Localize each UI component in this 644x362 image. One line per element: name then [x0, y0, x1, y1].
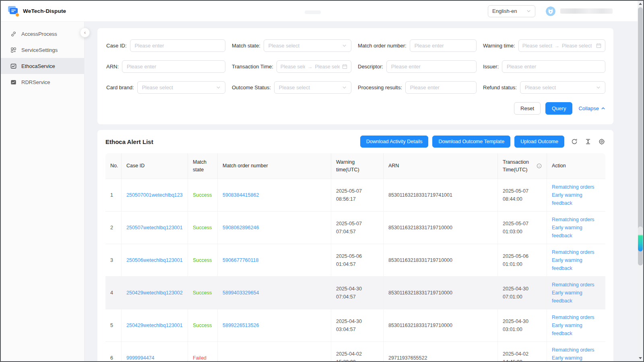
- filter-item-warning-time: Warning time:Please select→Please select: [483, 39, 605, 52]
- link-icon: [10, 31, 17, 37]
- cell-transaction-time: 2025-05-06 01:01:00: [498, 244, 547, 277]
- cell-match-state: Success: [188, 212, 218, 244]
- filter-actions: Reset Query Collapse: [106, 102, 605, 115]
- filter-label-match-order-number: Match order number:: [358, 43, 407, 49]
- range-end-placeholder: Please select: [562, 43, 592, 49]
- column-height-icon[interactable]: [584, 138, 592, 146]
- query-button[interactable]: Query: [545, 102, 572, 115]
- fox-avatar-icon: [546, 6, 555, 16]
- user-avatar[interactable]: [546, 6, 555, 16]
- match-order-number-link[interactable]: 5906677760118: [223, 257, 258, 263]
- sidebar-item-label: RDRService: [21, 79, 50, 85]
- range-arrow-icon: →: [308, 64, 312, 70]
- reload-icon[interactable]: [570, 138, 578, 146]
- filter-item-match-order-number: Match order number:: [358, 39, 477, 52]
- card-brand-select[interactable]: Please select: [137, 81, 225, 94]
- redacted-blur: [305, 10, 321, 14]
- early-warning-feedback-link[interactable]: Early warning feedback: [552, 355, 582, 361]
- arn-input[interactable]: [122, 60, 225, 73]
- column-header-label: Warning time(UTC): [336, 158, 378, 174]
- match-order-number-link[interactable]: 5908384415862: [223, 192, 259, 198]
- early-warning-feedback-link[interactable]: Early warning feedback: [552, 290, 582, 304]
- match-order-number-link[interactable]: 5899403329654: [223, 290, 259, 296]
- cell-no: 3: [105, 244, 122, 277]
- download-activity-details-button[interactable]: Download Activity Details: [360, 136, 429, 148]
- table-row: 4250429wetechlbq123002Success58994033296…: [105, 277, 605, 309]
- scroll-down-arrow-icon[interactable]: [639, 357, 642, 359]
- sidebar-collapse-button[interactable]: ‹: [80, 28, 90, 37]
- filter-label-transaction-time: Transaction Time:: [232, 64, 273, 70]
- match-order-number-input[interactable]: [410, 39, 477, 52]
- cell-match-state: Success: [188, 244, 218, 277]
- cell-case-id: 9999994474: [122, 342, 188, 361]
- language-select[interactable]: English-en: [488, 5, 535, 17]
- cell-match-state: Success: [188, 309, 218, 342]
- upload-outcome-button[interactable]: Upload Outcome: [514, 136, 564, 148]
- case-id-link[interactable]: 9999994474: [126, 355, 155, 361]
- early-warning-feedback-link[interactable]: Early warning feedback: [552, 192, 582, 206]
- cell-transaction-time: 2025-04-30 03:01:00: [498, 309, 547, 342]
- table-row: 3250506wetechlbq123001Success59066777601…: [105, 244, 605, 277]
- match-order-number-link[interactable]: 5899226513526: [223, 323, 259, 328]
- processing-results-input[interactable]: [405, 81, 477, 94]
- case-id-link[interactable]: 250507wetechlbq123001: [126, 225, 183, 230]
- download-outcome-template-button[interactable]: Download Outcome Template: [432, 136, 510, 148]
- reset-button[interactable]: Reset: [514, 102, 541, 115]
- transaction-time-range-picker[interactable]: Please select→Please select: [277, 60, 351, 73]
- cell-warning-time: 2025-05-06 01:04:57: [331, 244, 384, 277]
- main-content: Case ID:Match state:Please selectMatch o…: [85, 22, 638, 361]
- range-end-placeholder: Please select: [315, 64, 340, 70]
- range-start-placeholder: Please select: [281, 64, 305, 70]
- early-warning-feedback-link[interactable]: Early warning feedback: [552, 225, 582, 239]
- sidebar-item-ethocaservice[interactable]: EthocaService: [1, 58, 84, 74]
- rematching-orders-link[interactable]: Rematching orders: [552, 315, 594, 320]
- case-id-link[interactable]: 250507001wetechlbq123: [126, 192, 183, 198]
- rematching-orders-link[interactable]: Rematching orders: [552, 282, 594, 288]
- brand: WeTech-Dispute: [8, 6, 66, 16]
- alert-list-panel: Ethoca Alert List Download Activity Deta…: [97, 130, 613, 361]
- collapse-label: Collapse: [578, 105, 599, 111]
- column-header-label: Match order number: [223, 162, 268, 170]
- early-warning-feedback-link[interactable]: Early warning feedback: [552, 257, 582, 271]
- settings-gear-icon[interactable]: [598, 138, 605, 146]
- descriptor-input[interactable]: [386, 60, 477, 73]
- rematching-orders-link[interactable]: Rematching orders: [552, 347, 594, 353]
- rematching-orders-link[interactable]: Rematching orders: [552, 184, 594, 190]
- cell-arn: 85301163218331719710000: [384, 309, 498, 342]
- cell-no: 1: [105, 179, 122, 212]
- cell-action: Rematching orders Early warning feedback: [547, 212, 605, 244]
- sidebar-item-accessprocess[interactable]: AccessProcess: [1, 26, 84, 42]
- info-icon[interactable]: [537, 163, 542, 169]
- rematching-orders-link[interactable]: Rematching orders: [552, 249, 594, 255]
- range-arrow-icon: →: [555, 43, 559, 49]
- refund-status-select[interactable]: Please select: [520, 81, 605, 94]
- cell-warning-time: 2025-05-07 08:56:17: [331, 179, 384, 212]
- case-id-link[interactable]: 250429wetechlbq123001: [126, 323, 183, 328]
- case-id-link[interactable]: 250506wetechlbq123001: [126, 257, 183, 263]
- warning-time-range-picker[interactable]: Please select→Please select: [518, 39, 605, 52]
- match-state-select[interactable]: Please select: [264, 39, 351, 52]
- collapse-toggle[interactable]: Collapse: [578, 105, 605, 111]
- issuer-input[interactable]: [502, 60, 605, 73]
- outcome-status-select[interactable]: Please select: [274, 81, 351, 94]
- placeholder-text: Please select: [525, 84, 556, 90]
- cell-transaction-time: 2025-04-02 14:46:00: [498, 342, 547, 361]
- cell-case-id: 250507wetechlbq123001: [122, 212, 188, 244]
- column-header-match-order-number: Match order number: [218, 153, 331, 179]
- sidebar-item-rdrservice[interactable]: RDRService: [1, 74, 84, 90]
- sidebar-item-servicesettings[interactable]: ServiceSettings: [1, 42, 84, 58]
- cell-no: 4: [105, 277, 122, 309]
- cell-case-id: 250429wetechlbq123002: [122, 277, 188, 309]
- early-warning-feedback-link[interactable]: Early warning feedback: [552, 323, 582, 336]
- cell-no: 5: [105, 309, 122, 342]
- rematching-orders-link[interactable]: Rematching orders: [552, 217, 594, 222]
- match-state-badge: Success: [193, 192, 212, 198]
- vertical-scrollbar[interactable]: [638, 1, 643, 361]
- case-id-link[interactable]: 250429wetechlbq123002: [126, 290, 183, 296]
- scroll-up-arrow-icon[interactable]: [639, 3, 642, 5]
- case-id-input[interactable]: [130, 39, 225, 52]
- sidebar-item-label: AccessProcess: [21, 31, 57, 37]
- match-order-number-link[interactable]: 5908062896246: [223, 225, 259, 230]
- cell-match-order-number: 5899226513526: [218, 309, 331, 342]
- cell-transaction-time: 2025-05-07 08:44:00: [498, 179, 547, 212]
